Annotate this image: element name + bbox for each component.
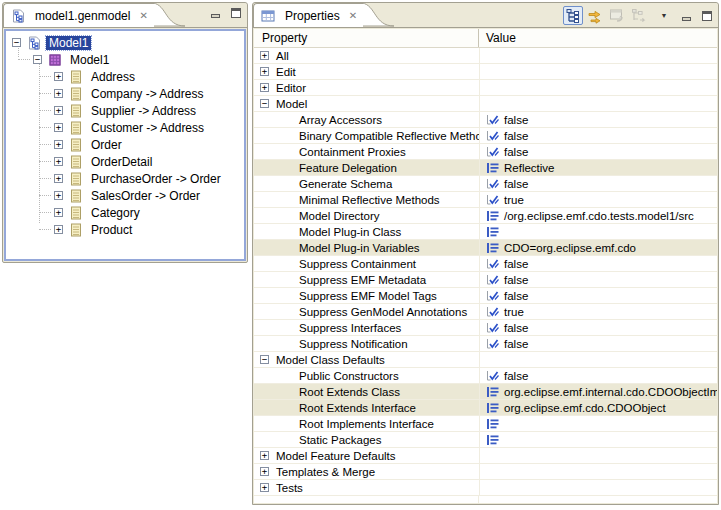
property-row-model-feature-defaults[interactable]: +Model Feature Defaults [254, 448, 717, 464]
property-value-cell[interactable] [479, 352, 717, 367]
expand-plus-icon[interactable]: + [260, 67, 269, 76]
property-name-cell[interactable]: Generate Schema [254, 176, 479, 191]
show-advanced-button[interactable] [585, 6, 605, 25]
property-row-root-implements-interface[interactable]: Root Implements Interface [254, 416, 717, 432]
property-value-cell[interactable] [479, 224, 717, 239]
property-value-cell[interactable]: false [479, 368, 717, 383]
property-name-cell[interactable]: Model Plug-in Class [254, 224, 479, 239]
tree-item-model1[interactable]: −Model1 [6, 34, 244, 51]
expand-plus-icon[interactable]: + [54, 208, 63, 217]
property-value-cell[interactable] [479, 96, 717, 111]
expand-plus-icon[interactable]: + [260, 467, 269, 476]
property-name-cell[interactable]: Suppress EMF Metadata [254, 272, 479, 287]
property-value-cell[interactable]: /org.eclipse.emf.cdo.tests.model1/src [479, 208, 717, 223]
property-value-cell[interactable]: org.eclipse.emf.internal.cdo.CDOObjectIm… [479, 384, 717, 399]
tree-item-label[interactable]: PurchaseOrder -> Order [88, 172, 224, 186]
tree-item-label[interactable]: SalesOrder -> Order [88, 189, 203, 203]
tree-item-orderdetail[interactable]: +OrderDetail [6, 153, 244, 170]
property-value-cell[interactable]: true [479, 304, 717, 319]
property-row-suppress-interfaces[interactable]: Suppress Interfacesfalse [254, 320, 717, 336]
property-row-templates-merge[interactable]: +Templates & Merge [254, 464, 717, 480]
expand-plus-icon[interactable]: + [260, 451, 269, 460]
property-value-cell[interactable] [479, 480, 717, 495]
property-name-cell[interactable]: Suppress Containment [254, 256, 479, 271]
property-row-minimal-reflective-methods[interactable]: Minimal Reflective Methodstrue [254, 192, 717, 208]
property-name-cell[interactable]: Containment Proxies [254, 144, 479, 159]
tree-item-customer-address[interactable]: +Customer -> Address [6, 119, 244, 136]
tree-item-label[interactable]: Order [88, 138, 125, 152]
expand-plus-icon[interactable]: + [54, 174, 63, 183]
editor-tab-close-icon[interactable]: ✕ [135, 10, 151, 21]
property-row-model-directory[interactable]: Model Directory/org.eclipse.emf.cdo.test… [254, 208, 717, 224]
property-value-cell[interactable]: false [479, 128, 717, 143]
tree-item-label[interactable]: Address [88, 70, 138, 84]
property-value-cell[interactable]: false [479, 176, 717, 191]
property-name-cell[interactable]: Root Extends Interface [254, 400, 479, 415]
properties-maximize-button[interactable] [699, 9, 714, 22]
expand-plus-icon[interactable]: + [54, 140, 63, 149]
property-value-cell[interactable]: false [479, 272, 717, 287]
property-row-suppress-emf-metadata[interactable]: Suppress EMF Metadatafalse [254, 272, 717, 288]
collapse-minus-icon[interactable]: − [260, 99, 269, 108]
tree-item-address[interactable]: +Address [6, 68, 244, 85]
expand-plus-icon[interactable]: + [54, 89, 63, 98]
tree-item-label[interactable]: Model1 [67, 53, 112, 67]
expand-plus-icon[interactable]: + [54, 157, 63, 166]
property-row-suppress-containment[interactable]: Suppress Containmentfalse [254, 256, 717, 272]
property-value-cell[interactable] [479, 448, 717, 463]
collapse-minus-icon[interactable]: − [12, 38, 21, 47]
property-name-cell[interactable]: +Templates & Merge [254, 464, 479, 479]
property-row-model-plug-in-class[interactable]: Model Plug-in Class [254, 224, 717, 240]
property-name-cell[interactable]: Static Packages [254, 432, 479, 447]
property-name-cell[interactable]: +All [254, 48, 479, 63]
property-row-model-plug-in-variables[interactable]: Model Plug-in VariablesCDO=org.eclipse.e… [254, 240, 717, 256]
tree-item-product[interactable]: +Product [6, 221, 244, 238]
tree-item-label[interactable]: Company -> Address [88, 87, 206, 101]
property-name-cell[interactable]: +Model Feature Defaults [254, 448, 479, 463]
property-row-all[interactable]: +All [254, 48, 717, 64]
property-value-cell[interactable] [479, 48, 717, 63]
tree-item-label[interactable]: Category [88, 206, 143, 220]
property-name-cell[interactable]: −Model [254, 96, 479, 111]
editor-maximize-button[interactable] [228, 6, 243, 19]
tree-item-label[interactable]: Customer -> Address [88, 121, 207, 135]
property-name-cell[interactable]: Root Implements Interface [254, 416, 479, 431]
tree-item-category[interactable]: +Category [6, 204, 244, 221]
view-menu-button[interactable]: ▼ [654, 6, 674, 25]
property-value-cell[interactable]: Reflective [479, 160, 717, 175]
expand-plus-icon[interactable]: + [54, 123, 63, 132]
property-row-binary-compatible-reflective-methods[interactable]: Binary Compatible Reflective Methodsfals… [254, 128, 717, 144]
properties-tab-close-icon[interactable]: ✕ [345, 10, 361, 21]
property-value-cell[interactable] [479, 80, 717, 95]
tree-item-label[interactable]: Model1 [46, 36, 91, 50]
tree-item-purchaseorder-order[interactable]: +PurchaseOrder -> Order [6, 170, 244, 187]
tree-item-order[interactable]: +Order [6, 136, 244, 153]
property-name-cell[interactable]: Suppress Notification [254, 336, 479, 351]
property-row-suppress-emf-model-tags[interactable]: Suppress EMF Model Tagsfalse [254, 288, 717, 304]
property-name-cell[interactable]: Suppress GenModel Annotations [254, 304, 479, 319]
property-value-cell[interactable]: false [479, 336, 717, 351]
property-row-model-class-defaults[interactable]: −Model Class Defaults [254, 352, 717, 368]
property-row-suppress-genmodel-annotations[interactable]: Suppress GenModel Annotationstrue [254, 304, 717, 320]
property-name-cell[interactable]: +Tests [254, 480, 479, 495]
property-row-editor[interactable]: +Editor [254, 80, 717, 96]
column-header-property[interactable]: Property [254, 29, 479, 47]
tree-item-label[interactable]: Supplier -> Address [88, 104, 199, 118]
tree-mode-button[interactable] [563, 6, 583, 25]
expand-plus-icon[interactable]: + [54, 191, 63, 200]
property-value-cell[interactable]: org.eclipse.emf.cdo.CDOObject [479, 400, 717, 415]
property-name-cell[interactable]: Binary Compatible Reflective Methods [254, 128, 479, 143]
property-row-model[interactable]: −Model [254, 96, 717, 112]
property-name-cell[interactable]: Public Constructors [254, 368, 479, 383]
property-row-feature-delegation[interactable]: Feature DelegationReflective [254, 160, 717, 176]
property-value-cell[interactable] [479, 432, 717, 447]
property-row-static-packages[interactable]: Static Packages [254, 432, 717, 448]
property-value-cell[interactable]: false [479, 320, 717, 335]
property-row-array-accessors[interactable]: Array Accessorsfalse [254, 112, 717, 128]
tree-item-model1[interactable]: −Model1 [6, 51, 244, 68]
property-name-cell[interactable]: Suppress Interfaces [254, 320, 479, 335]
property-name-cell[interactable]: +Editor [254, 80, 479, 95]
property-row-tests[interactable]: +Tests [254, 480, 717, 496]
expand-plus-icon[interactable]: + [260, 51, 269, 60]
property-row-containment-proxies[interactable]: Containment Proxiesfalse [254, 144, 717, 160]
